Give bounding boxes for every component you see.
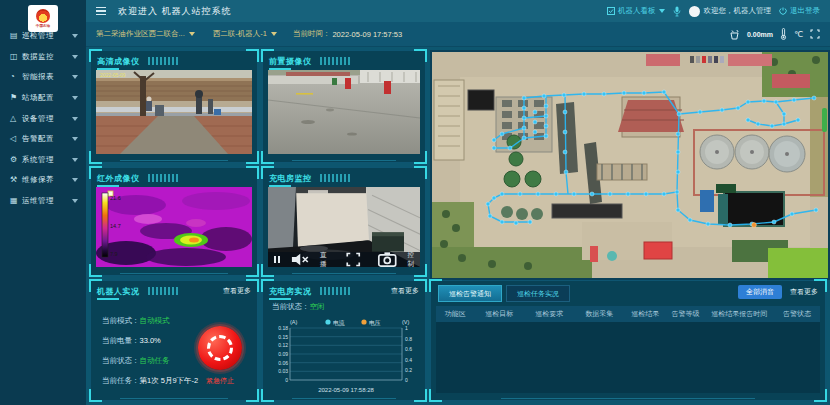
ir-scale-mid: 14.7 — [110, 223, 121, 229]
hd-camera-feed: 2022-05-09 — [96, 70, 252, 154]
svg-text:0: 0 — [405, 377, 408, 383]
legend-dot-voltage[interactable] — [361, 319, 366, 324]
chevron-down-icon — [72, 199, 78, 203]
panel-title: 机器人实况 — [97, 286, 140, 297]
device-icon: △ — [10, 115, 22, 123]
chevron-down-icon — [659, 9, 665, 13]
snapshot-camera-icon[interactable] — [373, 252, 402, 267]
power-icon — [779, 7, 787, 15]
svg-text:0.03: 0.03 — [278, 368, 288, 374]
view-more-link[interactable]: 查看更多 — [223, 286, 251, 296]
rain-gauge-icon — [729, 29, 740, 40]
svg-text:0.18: 0.18 — [278, 325, 288, 331]
top-header: 欢迎进入 机器人站控系统 机器人看板 欢迎您，机器人管理 退出登录 — [86, 0, 830, 22]
sidebar-item-operations[interactable]: ▦ 运维管理 — [0, 191, 86, 212]
sidebar-item-station-config[interactable]: ⚑ 站场配置 — [0, 88, 86, 109]
alarm-table-body — [436, 322, 820, 393]
tab-alarm-notice[interactable]: 巡检告警通知 — [438, 285, 502, 302]
legend-voltage: 电压 — [369, 319, 381, 326]
panel-title: 充电房监控 — [269, 173, 312, 184]
barcode-decoration — [148, 287, 178, 295]
sidebar-item-system[interactable]: ⚙ 系统管理 — [0, 150, 86, 171]
chart-x-label: 2022-05-09 17:58:28 — [318, 387, 374, 393]
legend-dot-current[interactable] — [325, 319, 330, 324]
logout-button[interactable]: 退出登录 — [779, 6, 820, 16]
report-icon: ◔ — [10, 73, 22, 81]
sidebar-item-reports[interactable]: ◔ 智能报表 — [0, 67, 86, 88]
barcode-decoration — [320, 287, 350, 295]
svg-text:0.15: 0.15 — [278, 334, 288, 340]
chevron-down-icon — [271, 32, 277, 36]
charge-state: 当前状态：空闲 — [272, 302, 325, 312]
microphone-icon[interactable] — [673, 6, 681, 17]
hamburger-menu-icon[interactable] — [96, 7, 106, 16]
video-fullscreen-icon[interactable] — [339, 252, 368, 267]
chevron-down-icon — [72, 137, 78, 141]
speaker-muted-icon[interactable] — [286, 252, 315, 267]
emergency-stop-button[interactable] — [198, 326, 242, 370]
sub-toolbar: 第二采油作业区西二联合... 西二联-机器人-1 当前时间： 2022-05-0… — [86, 22, 830, 47]
barcode-decoration — [148, 57, 178, 65]
sidebar-item-inspection[interactable]: ▤ 巡检管理 — [0, 26, 86, 47]
robot-board-dropdown[interactable]: 机器人看板 — [607, 6, 665, 16]
mode-value: 自动模式 — [140, 316, 170, 325]
alarm-tabs: 巡检告警通知 巡检任务实况 — [438, 285, 570, 302]
task-value: 第1次 5月9下午-2 — [140, 376, 199, 385]
sidebar-item-maintenance[interactable]: ⚒ 维修保养 — [0, 170, 86, 191]
status-row: 当前任务：第1次 5月9下午-2 — [102, 376, 198, 386]
hd-camera-panel: 高清成像仪 2022-05-09 — [90, 50, 258, 163]
barcode-decoration — [148, 174, 178, 182]
current-voltage-chart: (A) 电流 电压 (V) 0.18 0.15 0.12 0.09 0.06 0… — [264, 316, 424, 398]
rainfall-value: 0.00mm — [747, 31, 773, 38]
control-label[interactable]: 控制 — [408, 251, 415, 268]
svg-text:0.06: 0.06 — [278, 360, 288, 366]
live-label[interactable]: 直播 — [320, 251, 327, 268]
wrench-icon: ⚒ — [10, 176, 22, 184]
map-zoom-control[interactable] — [822, 108, 827, 132]
petrochina-sun-icon — [36, 9, 50, 23]
svg-text:0.2: 0.2 — [405, 367, 412, 373]
robot-status-panel: 机器人实况 查看更多 当前模式：自动模式 当前电量：33.0% 当前状态：自动任… — [90, 280, 258, 401]
mute-all-button[interactable]: 全部消音 — [738, 285, 782, 299]
robot-select[interactable]: 西二联-机器人-1 — [213, 29, 277, 39]
facility-map[interactable] — [430, 50, 830, 280]
svg-text:0.4: 0.4 — [405, 357, 412, 363]
emergency-stop-label: 紧急停止 — [192, 376, 248, 386]
checkbox-icon — [607, 7, 615, 15]
front-camera-panel: 前置摄像仪 — [262, 50, 426, 163]
svg-text:0.6: 0.6 — [405, 346, 412, 352]
pause-icon[interactable] — [274, 256, 280, 263]
avatar[interactable] — [689, 6, 700, 17]
sidebar-item-alarm-config[interactable]: ◁ 告警配置 — [0, 129, 86, 150]
gear-icon: ⚙ — [10, 156, 22, 164]
thermometer-icon — [780, 28, 787, 40]
view-more-link[interactable]: 查看更多 — [790, 287, 818, 297]
charge-status-panel: 充电房实况 查看更多 当前状态：空闲 (A) 电流 电压 (V) 0.18 0.… — [262, 280, 426, 401]
fullscreen-icon[interactable] — [810, 29, 820, 39]
station-select[interactable]: 第二采油作业区西二联合... — [96, 29, 195, 39]
status-row: 当前模式：自动模式 — [102, 316, 170, 326]
sidebar: 中国石油 ▤ 巡检管理 ◫ 数据监控 ◔ 智能报表 ⚑ 站场配置 △ 设备管理 … — [0, 0, 86, 405]
ir-camera-feed: 21.6 14.7 7.9 — [96, 187, 252, 267]
chevron-down-icon — [189, 32, 195, 36]
ops-icon: ▦ — [10, 197, 22, 205]
svg-text:0.12: 0.12 — [278, 342, 288, 348]
chevron-down-icon — [72, 158, 78, 162]
current-time-value: 2022-05-09 17:57:53 — [332, 30, 402, 39]
view-more-link[interactable]: 查看更多 — [391, 286, 419, 296]
ir-camera-panel: 红外成像仪 21.6 14.7 7.9 — [90, 167, 258, 276]
sidebar-item-device[interactable]: △ 设备管理 — [0, 108, 86, 129]
alarm-table-header: 功能区 巡检目标 巡检要求 数据采集 巡检结果 告警等级 巡检结果报告时间 告警… — [436, 306, 820, 322]
ir-scale-max: 21.6 — [110, 195, 121, 201]
tab-task-live[interactable]: 巡检任务实况 — [506, 285, 570, 302]
svg-text:0: 0 — [285, 377, 288, 383]
flag-icon: ⚑ — [10, 94, 22, 102]
svg-text:(A): (A) — [290, 319, 298, 325]
svg-text:1: 1 — [405, 325, 408, 331]
camera-timestamp-overlay: 2022-05-09 — [100, 72, 126, 78]
monitor-icon: ◫ — [10, 53, 22, 61]
sidebar-item-data-monitor[interactable]: ◫ 数据监控 — [0, 47, 86, 68]
chevron-down-icon — [72, 96, 78, 100]
chevron-down-icon — [72, 34, 78, 38]
status-row: 当前状态：自动任务 — [102, 356, 170, 366]
